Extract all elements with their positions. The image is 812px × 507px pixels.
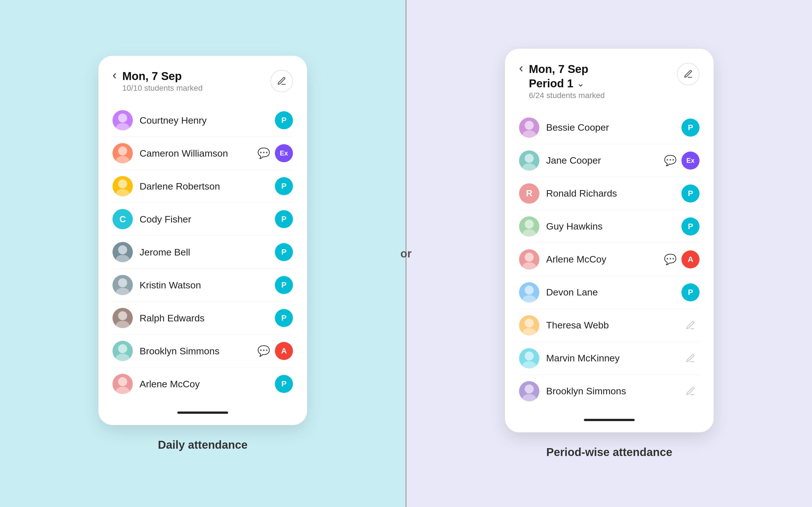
status-badge-unset[interactable] [681, 382, 700, 400]
student-row[interactable]: Courtney Henry P [112, 104, 293, 137]
svg-point-12 [116, 321, 130, 328]
daily-attendance-card: ‹ Mon, 7 Sep 10/10 students marked Court… [98, 56, 307, 425]
student-row[interactable]: R Ronald Richards P [519, 177, 700, 210]
avatar [519, 282, 539, 302]
student-name: Brooklyn Simmons [546, 386, 681, 397]
svg-point-13 [118, 344, 127, 353]
status-badges: P [681, 184, 700, 203]
svg-point-2 [116, 123, 130, 130]
student-row[interactable]: Marvin McKinney [519, 342, 700, 375]
svg-point-28 [522, 328, 536, 335]
comment-icon[interactable]: 💬 [256, 145, 271, 161]
status-badge-p[interactable]: P [275, 177, 293, 195]
student-row[interactable]: Arlene McCoy P [112, 368, 293, 400]
status-badge-p[interactable]: P [681, 119, 700, 136]
status-badge-p[interactable]: P [681, 217, 700, 235]
period-edit-button[interactable] [677, 63, 700, 86]
status-badge-ex[interactable]: Ex [681, 152, 700, 170]
status-badge-p[interactable]: P [275, 276, 293, 294]
avatar [519, 151, 539, 171]
status-badge-unset[interactable] [681, 316, 700, 334]
status-badges: P [275, 177, 293, 195]
student-row[interactable]: Arlene McCoy 💬 A [519, 243, 700, 276]
student-row[interactable]: Kristin Watson P [112, 269, 293, 302]
status-badges: P [275, 210, 293, 228]
student-name: Jerome Bell [140, 247, 275, 258]
daily-student-list: Courtney Henry P Cameron Williamson 💬 Ex [112, 104, 293, 400]
avatar [519, 249, 539, 270]
period-attendance-label: Period-wise attendance [546, 446, 672, 459]
status-badges [681, 316, 700, 334]
period-back-button[interactable]: ‹ [519, 62, 523, 74]
status-badge-p[interactable]: P [275, 210, 293, 228]
svg-point-18 [522, 130, 536, 138]
avatar [519, 348, 539, 369]
or-text: or [396, 244, 416, 263]
student-name: Guy Hawkins [546, 221, 681, 232]
comment-icon[interactable]: 💬 [662, 153, 678, 168]
daily-card-header: ‹ Mon, 7 Sep 10/10 students marked [112, 70, 293, 93]
student-row[interactable]: Guy Hawkins P [519, 210, 700, 243]
student-name: Arlene McCoy [140, 379, 275, 390]
student-name: Ralph Edwards [140, 313, 275, 324]
student-row[interactable]: Brooklyn Simmons [519, 375, 700, 407]
avatar [112, 308, 133, 328]
status-badges [681, 382, 700, 400]
svg-point-17 [525, 121, 534, 130]
period-chevron-icon[interactable]: ⌄ [577, 78, 585, 89]
status-badges: P [275, 375, 293, 393]
avatar [519, 216, 539, 237]
status-badge-p[interactable]: P [275, 375, 293, 393]
svg-point-16 [116, 387, 130, 394]
avatar [112, 176, 133, 196]
period-card-header: ‹ Mon, 7 Sep Period 1 ⌄ 6/24 students ma… [519, 63, 700, 100]
right-panel: ‹ Mon, 7 Sep Period 1 ⌄ 6/24 students ma… [407, 0, 812, 507]
student-name: Brooklyn Simmons [140, 346, 256, 356]
status-badge-p[interactable]: P [275, 309, 293, 327]
left-panel: ‹ Mon, 7 Sep 10/10 students marked Court… [0, 0, 405, 507]
status-badge-p[interactable]: P [681, 184, 700, 203]
status-badge-p[interactable]: P [275, 111, 293, 129]
svg-point-30 [522, 361, 536, 369]
student-row[interactable]: Jerome Bell P [112, 236, 293, 269]
status-badge-unset[interactable] [681, 349, 700, 367]
status-badge-p[interactable]: P [681, 283, 700, 301]
avatar [112, 275, 133, 295]
student-row[interactable]: Brooklyn Simmons 💬 A [112, 335, 293, 368]
period-selector-label: Period 1 [529, 77, 573, 90]
student-row[interactable]: Devon Lane P [519, 276, 700, 309]
daily-edit-button[interactable] [270, 70, 293, 93]
period-date: Mon, 7 Sep [529, 63, 589, 75]
svg-point-3 [118, 147, 127, 156]
status-badges: P [275, 276, 293, 294]
status-badge-ex[interactable]: Ex [275, 144, 293, 162]
daily-attendance-label: Daily attendance [158, 439, 248, 451]
status-badge-a[interactable]: A [275, 342, 293, 360]
svg-point-4 [116, 156, 130, 163]
avatar [112, 242, 133, 262]
status-badges: P [275, 111, 293, 129]
avatar: R [519, 183, 539, 204]
svg-point-7 [118, 245, 127, 255]
daily-back-button[interactable]: ‹ [112, 69, 117, 81]
student-row[interactable]: C Cody Fisher P [112, 203, 293, 236]
student-row[interactable]: Cameron Williamson 💬 Ex [112, 137, 293, 170]
period-student-list: Bessie Cooper P Jane Cooper 💬 Ex R Ron [519, 111, 700, 407]
student-row[interactable]: Darlene Robertson P [112, 170, 293, 203]
comment-icon[interactable]: 💬 [256, 343, 271, 359]
svg-point-20 [522, 163, 536, 171]
daily-subtitle: 10/10 students marked [122, 83, 270, 93]
student-row[interactable]: Jane Cooper 💬 Ex [519, 144, 700, 177]
or-divider: or [405, 0, 407, 507]
student-name: Bessie Cooper [546, 122, 681, 133]
student-row[interactable]: Bessie Cooper P [519, 111, 700, 144]
student-row[interactable]: Ralph Edwards P [112, 302, 293, 335]
comment-icon[interactable]: 💬 [662, 251, 678, 267]
status-badge-p[interactable]: P [275, 243, 293, 261]
daily-header-title-area: Mon, 7 Sep 10/10 students marked [122, 70, 270, 93]
status-badge-a[interactable]: A [681, 250, 700, 269]
daily-date: Mon, 7 Sep [122, 70, 270, 82]
svg-point-8 [116, 255, 130, 262]
student-row[interactable]: Theresa Webb [519, 309, 700, 342]
status-badges: P [681, 119, 700, 136]
